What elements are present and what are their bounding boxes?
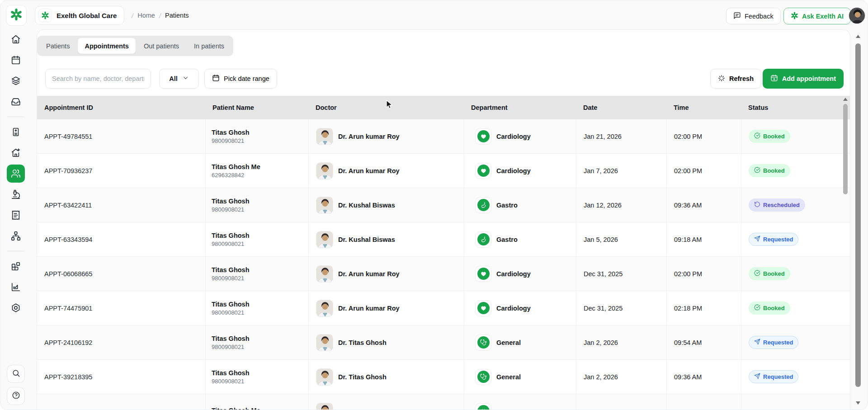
status-badge: Requested [749, 336, 798, 349]
status-label: Requested [763, 236, 793, 243]
asterisk-logo-icon [10, 8, 23, 23]
patient-phone: 9800908021 [212, 240, 244, 247]
app-logo[interactable] [6, 5, 27, 26]
patient-cell: Titas Ghosh 9800908021 [205, 222, 308, 256]
sidebar-item-calendar[interactable] [7, 51, 25, 69]
sidebar-item-medical-device[interactable] [7, 123, 25, 141]
table-row[interactable]: APPT-39218395 Titas Ghosh 9800908021 Dr.… [37, 360, 850, 394]
department-icon-box [475, 369, 491, 385]
date-cell: Jan 2, 2026 [576, 325, 666, 359]
table-scrollbar-thumb[interactable] [843, 104, 848, 194]
sidebar-button-search[interactable] [7, 365, 25, 383]
stethoscope-icon [477, 371, 490, 383]
status-cell: Booked [741, 257, 850, 291]
department-cell: Cardiology [464, 154, 576, 188]
patient-phone: 6296328842 [212, 172, 244, 179]
time-cell [666, 394, 741, 410]
status-cell: Booked [741, 119, 850, 153]
doctor-name: Dr. Titas Ghosh [338, 373, 387, 381]
stomach-icon [477, 199, 490, 211]
department-cell: Cardiology [464, 291, 576, 325]
time-cell: 09:36 AM [666, 188, 741, 222]
department-cell: General [464, 360, 576, 394]
doctor-avatar [316, 197, 333, 214]
table-row[interactable]: APPT-49784551 Titas Ghosh 9800908021 Dr.… [37, 119, 850, 154]
layers-icon [11, 76, 21, 86]
patient-cell: Titas Ghosh Me [205, 394, 308, 410]
table-row[interactable]: APPT-70936237 Titas Ghosh Me 6296328842 … [37, 154, 850, 188]
status-label: Booked [763, 133, 785, 140]
feedback-icon [733, 12, 741, 21]
table-row[interactable]: APPT-06068665 Titas Ghosh 9800908021 Dr.… [37, 257, 850, 291]
sidebar-item-microscope[interactable] [7, 185, 25, 203]
doctor-name: Dr. Kushal Biswas [338, 236, 395, 243]
page-scrollbar[interactable] [855, 34, 861, 405]
doctor-name: Dr. Kushal Biswas [338, 202, 395, 209]
sidebar-item-settings[interactable] [7, 299, 25, 317]
col-department: Department [464, 104, 576, 111]
sidebar-button-help[interactable] [7, 387, 25, 405]
department-cell: Cardiology [464, 119, 576, 153]
tab-out-patients[interactable]: Out patients [137, 38, 186, 54]
col-time: Time [666, 104, 741, 111]
sidebar-item-layers[interactable] [7, 72, 25, 90]
tab-in-patients[interactable]: In patients [187, 38, 231, 54]
status-label: Requested [763, 373, 793, 380]
col-date: Date [576, 104, 666, 111]
time-cell: 09:54 AM [666, 325, 741, 359]
search-input[interactable] [45, 69, 151, 89]
ask-ai-button[interactable]: Ask Exelth AI [783, 8, 851, 24]
patient-name: Titas Ghosh [212, 198, 250, 205]
calendar-icon [212, 74, 220, 83]
doctor-cell: Dr. Kushal Biswas [308, 188, 464, 222]
scroll-up-icon[interactable] [856, 35, 860, 38]
sidebar-item-inbox[interactable] [7, 93, 25, 111]
brand-chip[interactable]: Exelth Global Care [35, 6, 124, 25]
breadcrumb-home[interactable]: Home [137, 12, 155, 19]
sidebar-item-analytics[interactable] [7, 278, 25, 296]
sidebar-divider [7, 117, 24, 117]
table-row[interactable]: APPT-74475901 Titas Ghosh 9800908021 Dr.… [37, 291, 850, 325]
breadcrumb-separator: / [131, 12, 134, 19]
add-appointment-button[interactable]: Add appointment [763, 69, 844, 89]
sidebar-item-home[interactable] [7, 30, 25, 48]
doctor-avatar [316, 231, 333, 248]
sidebar-item-receipt[interactable] [7, 206, 25, 224]
user-avatar[interactable] [849, 7, 865, 24]
department-cell: General [464, 325, 576, 359]
table-row[interactable]: APPT-63343594 Titas Ghosh 9800908021 Dr.… [37, 222, 850, 257]
scroll-down-icon[interactable] [856, 401, 860, 405]
doctor-name: Dr. Arun kumar Roy [338, 270, 400, 278]
date-cell: Jan 7, 2026 [576, 154, 666, 188]
sidebar-item-home-plus[interactable] [7, 144, 25, 162]
status-filter-dropdown[interactable]: All [159, 69, 199, 89]
table-row[interactable]: APPT-63422411 Titas Ghosh 9800908021 Dr.… [37, 188, 850, 222]
sidebar-item-blocks[interactable] [7, 257, 25, 275]
patient-name: Titas Ghosh Me [212, 163, 260, 170]
patient-cell: Titas Ghosh Me 6296328842 [205, 154, 308, 188]
table-row[interactable]: Titas Ghosh Me [37, 394, 850, 410]
time-cell: 02:00 PM [666, 119, 741, 153]
department-icon-box [475, 128, 491, 145]
feedback-button[interactable]: Feedback [726, 8, 781, 24]
page-scrollbar-thumb[interactable] [855, 43, 861, 387]
table-row[interactable]: APPT-24106192 Titas Ghosh 9800908021 Dr.… [37, 325, 850, 360]
appointment-id-cell: APPT-74475901 [37, 291, 205, 325]
rotate-ccw-icon [754, 201, 760, 209]
patient-name: Titas Ghosh [212, 335, 250, 342]
tab-appointments[interactable]: Appointments [78, 38, 135, 54]
date-range-button[interactable]: Pick date range [204, 69, 277, 89]
date-cell: Jan 12, 2026 [576, 188, 666, 222]
date-cell: Jan 21, 2026 [576, 119, 666, 153]
calendar-icon [11, 55, 21, 65]
department-icon-box [475, 197, 491, 213]
tab-patients[interactable]: Patients [39, 38, 76, 54]
sidebar-item-patients[interactable] [7, 165, 25, 183]
refresh-button[interactable]: Refresh [710, 69, 761, 89]
stomach-icon [477, 233, 490, 245]
department-label: Cardiology [496, 167, 531, 174]
scroll-up-icon[interactable] [843, 98, 848, 101]
sidebar-item-org-chart[interactable] [7, 227, 25, 245]
table-scrollbar[interactable] [843, 97, 848, 407]
patient-name: Titas Ghosh [212, 232, 250, 239]
